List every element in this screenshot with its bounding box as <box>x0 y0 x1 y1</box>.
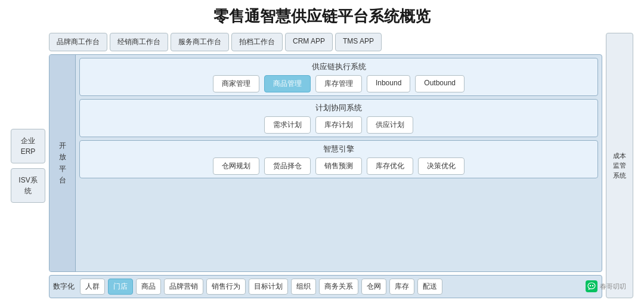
digit-organization[interactable]: 组织 <box>291 279 316 295</box>
item-product-mgmt[interactable]: 商品管理 <box>264 75 311 92</box>
planning-items: 需求计划 库存计划 供应计划 <box>85 116 593 134</box>
erp-box: 企业ERP <box>11 129 45 163</box>
item-merchant-mgmt[interactable]: 商家管理 <box>213 75 259 92</box>
digit-sales-behavior[interactable]: 销售行为 <box>206 279 246 295</box>
intelligence-section: 智慧引擎 仓网规划 货品择仓 销售预测 库存优化 决策优化 <box>79 140 598 178</box>
tab-brand[interactable]: 品牌商工作台 <box>49 33 107 51</box>
digit-business-relation[interactable]: 商务关系 <box>319 279 358 295</box>
watermark: 春哥叨叨 <box>586 280 626 292</box>
isv-box: ISV系统 <box>11 168 45 203</box>
supply-chain-items: 商家管理 商品管理 库存管理 Inbound Outbound <box>85 75 593 92</box>
digit-target-plan[interactable]: 目标计划 <box>249 279 288 295</box>
item-inbound[interactable]: Inbound <box>367 75 410 92</box>
digit-stock[interactable]: 库存 <box>389 279 414 295</box>
cost-supervision: 成本监管系统 <box>606 33 633 298</box>
svg-point-1 <box>592 285 593 286</box>
digit-label: 数字化 <box>53 279 75 295</box>
watermark-text: 春哥叨叨 <box>600 282 626 291</box>
item-decision-opt[interactable]: 决策优化 <box>418 157 465 175</box>
open-platform: 开放平台 <box>49 55 76 271</box>
tab-crm[interactable]: CRM APP <box>285 33 333 51</box>
planning-title: 计划协同系统 <box>85 103 593 113</box>
planning-section: 计划协同系统 需求计划 库存计划 供应计划 <box>79 99 598 137</box>
svg-point-0 <box>590 285 591 286</box>
supply-chain-title: 供应链执行系统 <box>85 61 593 72</box>
digit-items: 人群 门店 商品 品牌营销 销售行为 目标计划 组织 商务关系 仓网 库存 配送 <box>80 279 442 295</box>
digitalization-row: 数字化 人群 门店 商品 品牌营销 销售行为 目标计划 组织 商务关系 仓网 库… <box>49 275 602 298</box>
item-inventory-opt[interactable]: 库存优化 <box>367 157 413 175</box>
item-inventory-plan[interactable]: 库存计划 <box>315 116 362 134</box>
wechat-icon <box>586 280 597 292</box>
right-column: 成本监管系统 <box>606 33 633 298</box>
intelligence-title: 智慧引擎 <box>85 144 593 154</box>
digit-crowd[interactable]: 人群 <box>80 279 105 295</box>
digit-store[interactable]: 门店 <box>108 279 133 295</box>
center-column: 品牌商工作台 经销商工作台 服务商工作台 拍档工作台 CRM APP TMS A… <box>49 33 602 298</box>
inner-systems: 供应链执行系统 商家管理 商品管理 库存管理 Inbound Outbound … <box>76 55 602 271</box>
digit-product[interactable]: 商品 <box>136 279 161 295</box>
tab-service[interactable]: 服务商工作台 <box>171 33 229 51</box>
supply-chain-section: 供应链执行系统 商家管理 商品管理 库存管理 Inbound Outbound <box>79 58 598 96</box>
item-warehouse-network[interactable]: 仓网规划 <box>213 157 259 175</box>
tab-dealer[interactable]: 经销商工作台 <box>110 33 168 51</box>
intelligence-items: 仓网规划 货品择仓 销售预测 库存优化 决策优化 <box>85 157 593 175</box>
main-block: 开放平台 供应链执行系统 商家管理 商品管理 库存管理 Inbound Outb… <box>49 54 602 272</box>
tab-tms[interactable]: TMS APP <box>335 33 382 51</box>
tab-partner[interactable]: 拍档工作台 <box>231 33 283 51</box>
item-supply-plan[interactable]: 供应计划 <box>367 116 413 134</box>
digit-warehouse-net[interactable]: 仓网 <box>361 279 386 295</box>
top-tabs-row: 品牌商工作台 经销商工作台 服务商工作台 拍档工作台 CRM APP TMS A… <box>49 33 602 51</box>
left-column: 企业ERP ISV系统 <box>11 33 45 298</box>
item-sales-forecast[interactable]: 销售预测 <box>315 157 362 175</box>
item-outbound[interactable]: Outbound <box>415 75 465 92</box>
digit-delivery[interactable]: 配送 <box>417 279 442 295</box>
item-goods-storage[interactable]: 货品择仓 <box>264 157 311 175</box>
item-inventory-mgmt[interactable]: 库存管理 <box>315 75 362 92</box>
item-demand-plan[interactable]: 需求计划 <box>264 116 311 134</box>
page-title: 零售通智慧供应链平台系统概览 <box>213 6 431 27</box>
digit-brand-marketing[interactable]: 品牌营销 <box>164 279 203 295</box>
